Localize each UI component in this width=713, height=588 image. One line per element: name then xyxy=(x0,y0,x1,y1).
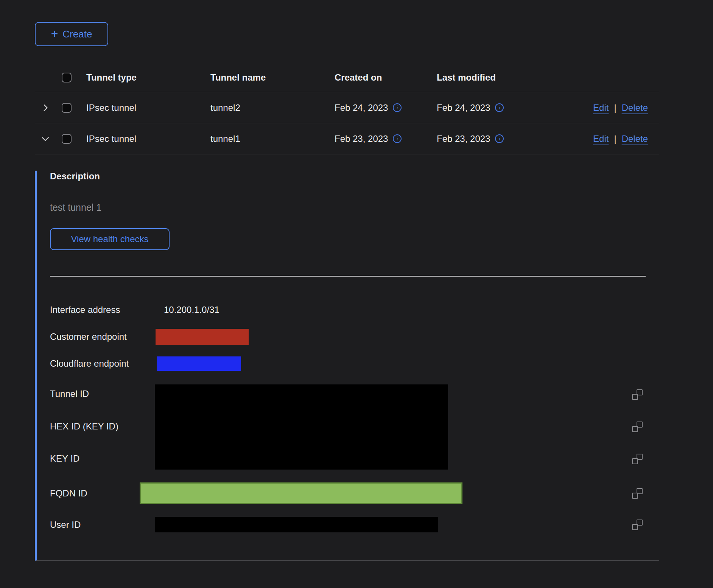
copy-icon[interactable] xyxy=(632,389,643,400)
copy-icon[interactable] xyxy=(632,488,643,499)
created-date: Feb 24, 2023 xyxy=(335,103,388,113)
action-separator: | xyxy=(614,103,616,113)
delete-link[interactable]: Delete xyxy=(622,103,648,113)
row-checkbox[interactable] xyxy=(62,103,72,113)
redacted-cloudflare-endpoint-value xyxy=(157,356,241,371)
modified-date: Feb 23, 2023 xyxy=(437,134,490,144)
chevron-down-icon[interactable] xyxy=(40,134,50,144)
field-label-key-id: KEY ID xyxy=(50,452,79,465)
row-checkbox[interactable] xyxy=(62,134,72,144)
field-label: User ID xyxy=(50,520,164,530)
description-label: Description xyxy=(50,171,659,182)
redacted-customer-endpoint-value xyxy=(156,329,249,345)
description-value: test tunnel 1 xyxy=(50,202,659,213)
copy-icon[interactable] xyxy=(632,454,643,464)
chevron-right-icon[interactable] xyxy=(40,103,50,113)
ipsec-tunnels-page: + Create Tunnel type Tunnel name Created… xyxy=(0,22,713,588)
table-row-tunnel2: IPsec tunnel tunnel2 Feb 24, 2023 i Feb … xyxy=(35,92,659,123)
copy-icon[interactable] xyxy=(632,520,643,530)
cell-last-modified: Feb 24, 2023 i xyxy=(428,103,549,113)
field-customer-endpoint: Customer endpoint xyxy=(50,329,659,345)
expanded-tunnel-panel: Description test tunnel 1 View health ch… xyxy=(35,171,659,561)
row-actions: Edit | Delete xyxy=(549,134,659,144)
interface-address-value: 10.200.1.0/31 xyxy=(164,305,220,315)
field-interface-address: Interface address 10.200.1.0/31 xyxy=(50,302,659,317)
action-separator: | xyxy=(614,134,616,144)
plus-icon: + xyxy=(51,28,58,40)
field-user-id: User ID xyxy=(50,517,659,532)
info-icon[interactable]: i xyxy=(495,103,504,112)
cell-tunnel-name: tunnel2 xyxy=(201,103,325,113)
create-button-label: Create xyxy=(62,28,92,40)
row-actions: Edit | Delete xyxy=(549,103,659,113)
field-label: Cloudflare endpoint xyxy=(50,358,164,369)
cell-tunnel-type: IPsec tunnel xyxy=(77,134,201,144)
header-tunnel-name: Tunnel name xyxy=(201,72,325,83)
header-last-modified: Last modified xyxy=(428,72,549,83)
cell-created-on: Feb 23, 2023 i xyxy=(325,134,428,144)
redacted-user-id-value xyxy=(155,517,438,532)
redacted-tunnel-ids-value xyxy=(155,384,448,470)
cell-last-modified: Feb 23, 2023 i xyxy=(428,134,549,144)
view-health-checks-button[interactable]: View health checks xyxy=(50,228,170,250)
edit-link[interactable]: Edit xyxy=(593,134,609,144)
cell-tunnel-type: IPsec tunnel xyxy=(77,103,201,113)
info-icon[interactable]: i xyxy=(495,134,504,143)
redacted-fqdn-id-value xyxy=(140,482,462,504)
select-all-checkbox[interactable] xyxy=(62,73,72,82)
cell-tunnel-name: tunnel1 xyxy=(201,134,325,144)
created-date: Feb 23, 2023 xyxy=(335,134,388,144)
table-header-row: Tunnel type Tunnel name Created on Last … xyxy=(35,63,659,92)
field-label: Customer endpoint xyxy=(50,331,164,342)
info-icon[interactable]: i xyxy=(393,134,402,143)
field-label-tunnel-id: Tunnel ID xyxy=(50,387,89,400)
field-label: Interface address xyxy=(50,305,164,315)
table-row-tunnel1: IPsec tunnel tunnel1 Feb 23, 2023 i Feb … xyxy=(35,123,659,154)
cell-created-on: Feb 24, 2023 i xyxy=(325,103,428,113)
modified-date: Feb 24, 2023 xyxy=(437,103,490,113)
delete-link[interactable]: Delete xyxy=(622,134,648,144)
edit-link[interactable]: Edit xyxy=(593,103,609,113)
section-divider xyxy=(50,276,646,277)
tunnels-table: Tunnel type Tunnel name Created on Last … xyxy=(35,63,659,561)
header-tunnel-type: Tunnel type xyxy=(77,72,201,83)
field-fqdn-id: FQDN ID xyxy=(50,482,659,504)
header-created-on: Created on xyxy=(325,72,428,83)
create-button[interactable]: + Create xyxy=(35,22,108,46)
info-icon[interactable]: i xyxy=(393,103,402,112)
field-label-hex-id: HEX ID (KEY ID) xyxy=(50,420,118,433)
field-group-tunnel-ids: Tunnel ID HEX ID (KEY ID) KEY ID xyxy=(50,384,659,470)
field-cloudflare-endpoint: Cloudflare endpoint xyxy=(50,356,659,371)
copy-icon[interactable] xyxy=(632,422,643,432)
